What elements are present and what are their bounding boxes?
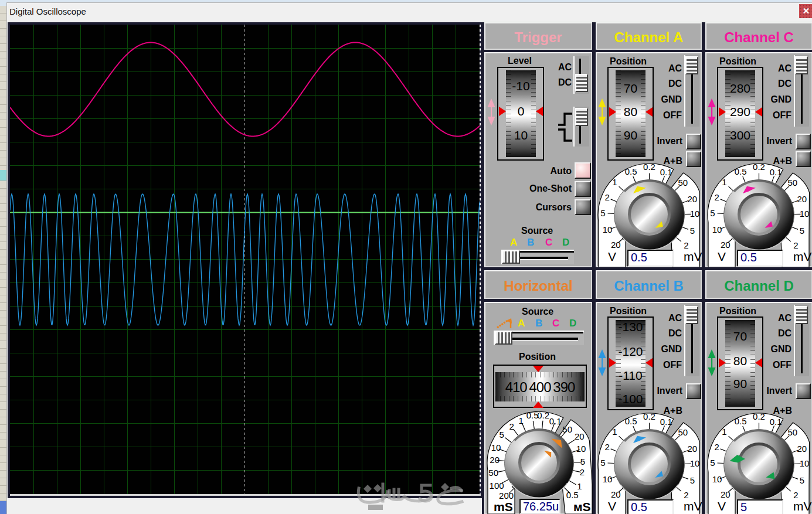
svg-text:10: 10 bbox=[712, 224, 722, 234]
svg-text:1: 1 bbox=[722, 177, 726, 187]
svg-text:5: 5 bbox=[600, 458, 605, 468]
svg-text:0.2: 0.2 bbox=[537, 410, 549, 420]
svg-text:10: 10 bbox=[800, 209, 810, 219]
svg-text:50: 50 bbox=[678, 178, 688, 188]
svg-text:10: 10 bbox=[690, 209, 700, 219]
svg-text:2: 2 bbox=[793, 490, 798, 500]
svg-text:5: 5 bbox=[690, 226, 695, 236]
svg-text:0.5: 0.5 bbox=[566, 490, 579, 500]
svg-text:5: 5 bbox=[690, 475, 695, 485]
svg-text:5: 5 bbox=[600, 208, 605, 218]
svg-text:20: 20 bbox=[687, 444, 697, 454]
svg-text:0.2: 0.2 bbox=[643, 413, 655, 421]
svg-text:50: 50 bbox=[787, 178, 797, 188]
svg-text:5: 5 bbox=[710, 208, 715, 218]
svg-text:0.1: 0.1 bbox=[660, 167, 672, 177]
svg-text:1: 1 bbox=[722, 427, 726, 437]
svg-text:50: 50 bbox=[562, 424, 572, 434]
svg-text:50: 50 bbox=[787, 427, 797, 437]
svg-text:5: 5 bbox=[499, 430, 504, 440]
svg-text:0.2: 0.2 bbox=[643, 163, 655, 172]
svg-text:10: 10 bbox=[576, 444, 586, 454]
svg-text:10: 10 bbox=[603, 224, 613, 234]
svg-text:0.2: 0.2 bbox=[753, 413, 765, 421]
svg-text:0.5: 0.5 bbox=[735, 166, 747, 176]
svg-text:20: 20 bbox=[611, 489, 621, 499]
svg-text:2: 2 bbox=[684, 490, 688, 500]
svg-text:2: 2 bbox=[714, 192, 719, 202]
svg-text:2: 2 bbox=[714, 442, 719, 452]
svg-text:10: 10 bbox=[800, 458, 810, 468]
svg-text:5: 5 bbox=[800, 475, 804, 485]
svg-text:2: 2 bbox=[604, 192, 609, 202]
svg-text:0.2: 0.2 bbox=[753, 163, 765, 172]
svg-text:0.1: 0.1 bbox=[549, 416, 562, 426]
svg-text:100: 100 bbox=[490, 481, 504, 491]
svg-text:20: 20 bbox=[721, 489, 731, 499]
svg-text:0.5: 0.5 bbox=[735, 416, 747, 426]
svg-text:0.1: 0.1 bbox=[770, 417, 782, 427]
svg-text:0.1: 0.1 bbox=[770, 167, 782, 177]
svg-text:50: 50 bbox=[678, 427, 688, 437]
svg-text:20: 20 bbox=[797, 444, 807, 454]
svg-text:2: 2 bbox=[604, 442, 609, 452]
svg-text:2: 2 bbox=[793, 240, 798, 250]
svg-text:2: 2 bbox=[684, 240, 688, 250]
svg-text:2: 2 bbox=[580, 467, 585, 477]
svg-text:0.1: 0.1 bbox=[660, 417, 672, 427]
svg-text:20: 20 bbox=[575, 431, 585, 441]
svg-text:50: 50 bbox=[488, 468, 498, 478]
svg-text:10: 10 bbox=[712, 474, 722, 484]
svg-text:5: 5 bbox=[800, 226, 804, 236]
svg-text:20: 20 bbox=[687, 194, 697, 204]
svg-text:1: 1 bbox=[518, 416, 523, 426]
svg-text:10: 10 bbox=[690, 458, 700, 468]
svg-text:20: 20 bbox=[797, 194, 807, 204]
svg-text:20: 20 bbox=[721, 240, 731, 250]
svg-text:10: 10 bbox=[491, 442, 501, 452]
svg-text:20: 20 bbox=[611, 240, 621, 250]
svg-text:5: 5 bbox=[710, 458, 715, 468]
svg-text:1: 1 bbox=[612, 427, 617, 437]
svg-text:10: 10 bbox=[603, 474, 613, 484]
svg-text:5: 5 bbox=[580, 457, 585, 467]
svg-text:200: 200 bbox=[499, 491, 514, 501]
svg-text:1: 1 bbox=[612, 177, 617, 187]
svg-text:0.5: 0.5 bbox=[625, 166, 637, 176]
svg-text:0.5: 0.5 bbox=[625, 416, 637, 426]
svg-text:20: 20 bbox=[490, 455, 500, 465]
svg-text:2: 2 bbox=[509, 421, 514, 431]
